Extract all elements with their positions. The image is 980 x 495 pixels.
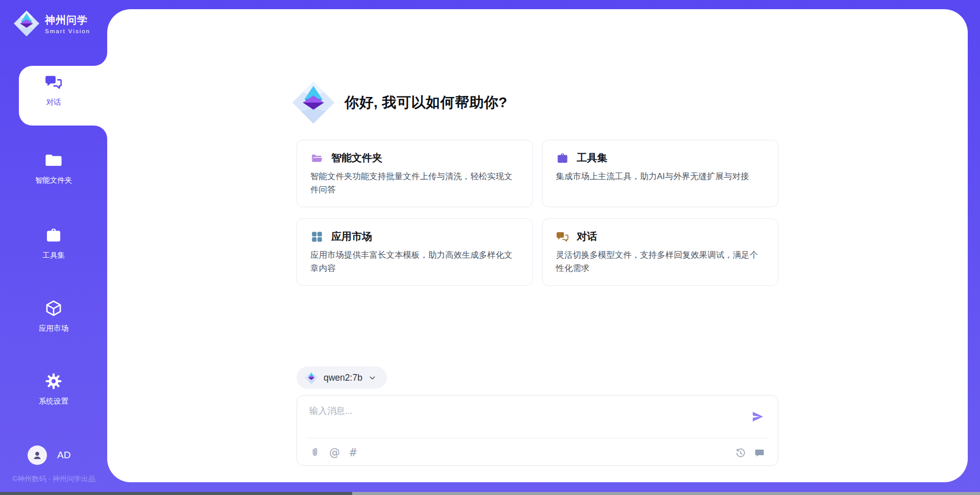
main-panel: 你好, 我可以如何帮助你? 智能文件夹 智能文件夹功能支持批量文件上传与清洗，轻… (107, 9, 968, 482)
feature-card-app-market[interactable]: 应用市场 应用市场提供丰富长文本模板，助力高效生成多样化文章内容 (297, 218, 533, 286)
sidebar-item-smart-folder[interactable]: 智能文件夹 (0, 151, 107, 185)
toolbox-icon (44, 226, 63, 244)
greeting-header: 你好, 我可以如何帮助你? (291, 81, 778, 125)
sidebar: 神州问学 Smart Vision 对话 智能文件夹 工具集 应用市场 (0, 0, 107, 495)
sidebar-item-label: 应用市场 (0, 324, 107, 333)
composer-divider (307, 438, 768, 438)
attach-button[interactable] (309, 447, 321, 458)
sidebar-item-label: 工具集 (0, 251, 107, 260)
card-title: 对话 (577, 230, 597, 243)
hashtag-button[interactable]: # (349, 448, 358, 458)
card-description: 灵活切换多模型文件，支持多样回复效果调试，满足个性化需求 (556, 249, 765, 275)
paperclip-icon (309, 447, 321, 458)
card-title: 智能文件夹 (331, 151, 382, 165)
composer: @ # (297, 395, 778, 466)
chevron-down-icon (368, 374, 377, 382)
user-profile[interactable]: AD (28, 445, 70, 465)
active-nav-curve-bottom (94, 126, 107, 139)
card-title: 工具集 (577, 151, 607, 165)
sidebar-item-chat[interactable]: 对话 (0, 73, 107, 107)
send-button[interactable] (751, 410, 765, 424)
active-nav-curve-top (94, 53, 107, 66)
folder-icon (44, 151, 63, 169)
feature-cards: 智能文件夹 智能文件夹功能支持批量文件上传与清洗，轻松实现文件问答 工具集 集成… (297, 140, 778, 286)
feature-card-smart-folder[interactable]: 智能文件夹 智能文件夹功能支持批量文件上传与清洗，轻松实现文件问答 (297, 140, 533, 207)
brand-subtitle: Smart Vision (45, 28, 90, 34)
composer-tools-right (735, 448, 765, 459)
main-content: 你好, 我可以如何帮助你? 智能文件夹 智能文件夹功能支持批量文件上传与清洗，轻… (297, 9, 778, 466)
user-name: AD (57, 450, 70, 461)
grid-icon (310, 230, 324, 243)
message-input[interactable] (309, 405, 743, 433)
avatar (28, 445, 47, 465)
card-title: 应用市场 (331, 230, 372, 243)
card-description: 应用市场提供丰富长文本模板，助力高效生成多样化文章内容 (310, 249, 519, 275)
sidebar-footer: ©神州数码 · 神州问学出品 (12, 475, 109, 484)
chat-icon (556, 230, 569, 243)
model-logo-icon (305, 371, 318, 384)
greeting-text: 你好, 我可以如何帮助你? (345, 93, 507, 112)
sidebar-item-toolbox[interactable]: 工具集 (0, 226, 107, 260)
sidebar-item-settings[interactable]: 系统设置 (0, 372, 107, 406)
chat-bubble-button[interactable] (754, 448, 765, 459)
assistant-logo-icon (291, 81, 335, 125)
history-icon (735, 448, 746, 459)
sidebar-item-app-market[interactable]: 应用市场 (0, 299, 107, 333)
mention-button[interactable]: @ (329, 448, 340, 458)
window-bottom-edge (0, 492, 980, 495)
brand-logo-icon (13, 10, 40, 37)
feature-card-chat[interactable]: 对话 灵活切换多模型文件，支持多样回复效果调试，满足个性化需求 (542, 218, 778, 286)
person-icon (31, 449, 43, 461)
cube-icon (44, 299, 63, 317)
chat-icon (44, 73, 63, 91)
brand-name: 神州问学 (45, 13, 90, 27)
history-button[interactable] (735, 448, 746, 459)
sidebar-item-label: 智能文件夹 (0, 176, 107, 185)
brand-text: 神州问学 Smart Vision (45, 13, 90, 34)
toolbox-icon (556, 152, 569, 165)
composer-tools-left: @ # (309, 447, 358, 458)
sidebar-item-label: 系统设置 (0, 397, 107, 406)
card-description: 智能文件夹功能支持批量文件上传与清洗，轻松实现文件问答 (310, 170, 519, 196)
model-name: qwen2:7b (324, 373, 362, 383)
send-icon (751, 410, 765, 424)
gear-icon (44, 372, 63, 390)
chat-bubble-icon (754, 448, 765, 459)
card-description: 集成市场上主流工具，助力AI与外界无缝扩展与对接 (556, 170, 765, 183)
sidebar-item-label: 对话 (0, 97, 107, 107)
model-selector[interactable]: qwen2:7b (297, 366, 387, 389)
feature-card-toolbox[interactable]: 工具集 集成市场上主流工具，助力AI与外界无缝扩展与对接 (542, 140, 778, 207)
folder-open-icon (310, 152, 324, 165)
brand: 神州问学 Smart Vision (13, 10, 90, 37)
